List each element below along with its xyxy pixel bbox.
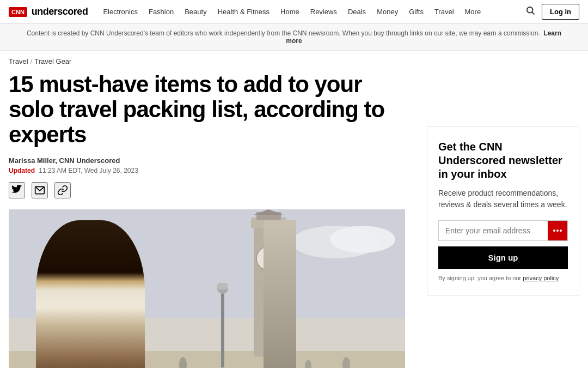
svg-point-44	[556, 230, 559, 232]
svg-rect-29	[81, 275, 94, 288]
svg-rect-23	[63, 290, 112, 294]
nav-reviews[interactable]: Reviews	[306, 5, 341, 18]
svg-rect-24	[63, 299, 112, 303]
svg-rect-15	[221, 291, 224, 367]
email-dots-button[interactable]	[548, 221, 567, 240]
svg-rect-27	[63, 325, 112, 329]
svg-rect-35	[73, 294, 105, 343]
svg-point-45	[560, 230, 562, 232]
header-right: Log in	[523, 3, 579, 20]
nav-beauty[interactable]: Beauty	[180, 5, 211, 18]
byline: Marissa Miller, CNN Underscored	[9, 156, 405, 165]
copy-link-button[interactable]	[54, 182, 71, 198]
twitter-icon	[11, 185, 22, 196]
author-name: Marissa Miller, CNN Underscored	[9, 156, 120, 165]
dots-icon	[553, 228, 562, 233]
brand-name: underscored	[32, 6, 88, 17]
breadcrumb-separator: /	[30, 57, 33, 65]
article-container: 15 must-have items to add to your solo t…	[0, 72, 588, 368]
nav-more[interactable]: More	[461, 5, 486, 18]
svg-rect-37	[69, 294, 76, 337]
nav-health-fitness[interactable]: Health & Fitness	[213, 5, 274, 18]
svg-rect-40	[83, 335, 95, 343]
svg-point-31	[69, 249, 107, 279]
breadcrumb-current: Travel Gear	[34, 57, 71, 65]
signup-terms: By signing up, you agree to our privacy …	[438, 274, 568, 282]
site-header: CNN underscored Electronics Fashion Beau…	[0, 0, 588, 24]
svg-rect-25	[63, 307, 112, 312]
svg-rect-8	[254, 220, 284, 357]
nav-home[interactable]: Home	[276, 5, 304, 18]
svg-point-18	[113, 359, 122, 368]
cnn-logo: CNN	[9, 7, 27, 17]
nav-gifts[interactable]: Gifts	[405, 5, 428, 18]
svg-rect-36	[75, 297, 102, 335]
main-nav: Electronics Fashion Beauty Health & Fitn…	[99, 5, 523, 18]
disclaimer-bar: Content is created by CNN Underscored's …	[0, 24, 588, 51]
link-icon	[57, 185, 68, 196]
svg-rect-28	[63, 334, 112, 338]
login-button[interactable]: Log in	[542, 4, 579, 20]
svg-point-10	[256, 246, 280, 270]
newsletter-description: Receive product recommendations, reviews…	[438, 188, 568, 210]
date-line: Updated 11:23 AM EDT, Wed July 26, 2023	[9, 167, 405, 174]
svg-rect-4	[9, 209, 405, 318]
svg-rect-17	[217, 283, 228, 289]
email-input[interactable]	[439, 221, 548, 240]
email-input-row	[438, 220, 568, 241]
svg-rect-39	[73, 292, 105, 309]
hero-image	[9, 209, 405, 368]
svg-point-6	[330, 226, 395, 253]
svg-point-32	[70, 249, 89, 273]
logo-area: CNN underscored	[9, 6, 88, 17]
breadcrumb: Travel / Travel Gear	[0, 51, 588, 72]
svg-point-0	[527, 7, 533, 13]
svg-point-30	[70, 252, 105, 285]
newsletter-title: Get the CNN Underscored newsletter in yo…	[438, 140, 568, 181]
svg-line-1	[532, 12, 534, 14]
nav-fashion[interactable]: Fashion	[144, 5, 178, 18]
disclaimer-text: Content is created by CNN Underscored's …	[27, 29, 540, 37]
breadcrumb-travel[interactable]: Travel	[9, 57, 28, 65]
email-icon	[34, 185, 45, 196]
svg-rect-22	[63, 286, 112, 351]
article-main: 15 must-have items to add to your solo t…	[9, 72, 405, 368]
signup-button[interactable]: Sign up	[438, 246, 568, 269]
article-date: 11:23 AM EDT, Wed July 26, 2023	[39, 167, 138, 174]
newsletter-box: Get the CNN Underscored newsletter in yo…	[427, 126, 579, 296]
twitter-share-button[interactable]	[9, 182, 25, 198]
nav-travel[interactable]: Travel	[430, 5, 458, 18]
search-icon	[525, 5, 535, 15]
svg-rect-42	[91, 348, 107, 368]
svg-point-43	[553, 230, 555, 232]
terms-text: By signing up, you agree to our	[438, 275, 521, 281]
nav-deals[interactable]: Deals	[344, 5, 370, 18]
article-title: 15 must-have items to add to your solo t…	[9, 72, 405, 148]
nav-money[interactable]: Money	[372, 5, 402, 18]
svg-point-34	[76, 243, 100, 263]
svg-point-33	[86, 249, 106, 273]
svg-rect-38	[100, 294, 106, 337]
social-icons	[9, 182, 405, 198]
nav-electronics[interactable]: Electronics	[99, 5, 142, 18]
svg-rect-26	[63, 316, 112, 321]
search-button[interactable]	[523, 3, 537, 20]
date-label: Updated	[9, 167, 35, 174]
privacy-policy-link[interactable]: privacy policy	[523, 275, 559, 281]
hero-svg	[9, 209, 405, 368]
svg-rect-41	[69, 348, 84, 368]
email-share-button[interactable]	[32, 182, 48, 198]
sidebar: Get the CNN Underscored newsletter in yo…	[427, 72, 579, 368]
